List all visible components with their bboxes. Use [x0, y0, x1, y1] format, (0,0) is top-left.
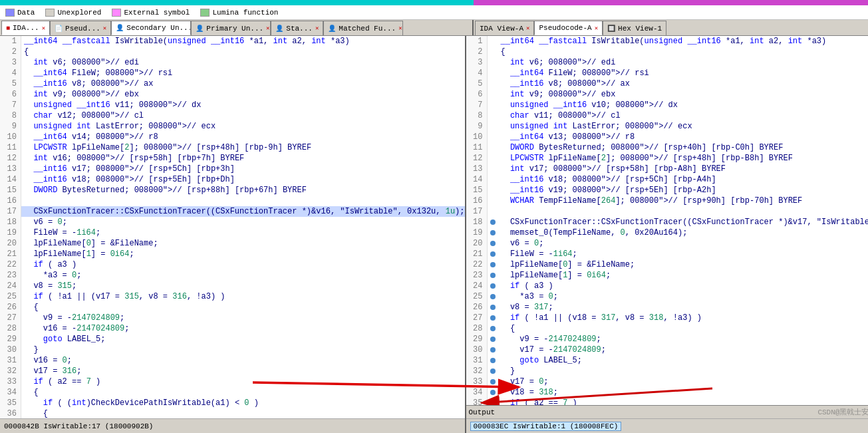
line-number: 2: [466, 47, 488, 57]
line-number: 27: [0, 313, 21, 323]
table-row: 10 __int64 v13; 008000">// r8: [466, 132, 868, 142]
line-number: 32: [466, 366, 488, 376]
legend-external-label: External symbol: [124, 9, 190, 17]
breakpoint-dot: [488, 249, 498, 259]
line-content: __int64 v14; 008000">// r8: [21, 132, 465, 142]
table-row: 1__int64 __fastcall IsWritable(unsigned …: [0, 36, 465, 47]
table-row: 19 memset_0(TempFileName, 0, 0x20Au164);: [466, 227, 868, 238]
line-number: 1: [466, 36, 488, 47]
line-content: v8 = 315;: [21, 281, 465, 291]
breakpoint-dot: [488, 281, 498, 291]
tab-pseudocode-a-close[interactable]: ✕: [595, 25, 598, 32]
breakpoint-dot: [488, 376, 498, 387]
line-content: if ( !a1 || (v18 = 317, v8 = 318, !a3) ): [498, 313, 868, 323]
line-number: 4: [0, 68, 21, 78]
tab-secondary[interactable]: 👤 Secondary Un... ✕: [111, 21, 191, 35]
line-content: v9 = -2147024809;: [498, 334, 868, 345]
output-label: Output: [469, 408, 496, 416]
line-content: v17 = 316;: [21, 366, 465, 376]
line-number: 26: [0, 302, 21, 313]
tab-primary[interactable]: 👤 Primary Un... ✕: [191, 21, 271, 35]
breakpoint-dot: [488, 196, 498, 206]
legend-unexplored-label: Unexplored: [57, 9, 101, 17]
table-row: 13 int v17; 008000">// [rsp+58h] [rbp-A8…: [466, 164, 868, 174]
line-content: unsigned int LastError; 008000">// ecx: [498, 121, 868, 132]
legend-lumina-box: [200, 9, 210, 17]
tab-matched[interactable]: 👤 Matched Fu... ✕: [323, 21, 403, 35]
line-number: 28: [0, 323, 21, 334]
line-content: __int64 FileW; 008000">// rsi: [498, 68, 868, 78]
table-row: 28 {: [466, 323, 868, 334]
line-content: v17 = -2147024809;: [498, 345, 868, 355]
line-number: 9: [466, 121, 488, 132]
table-row: 3 int v6; 008000">// edi: [0, 57, 465, 68]
breakpoint-dot: [488, 334, 498, 345]
breakpoint-dot: [488, 174, 498, 185]
tab-ida-left-close[interactable]: ✕: [42, 25, 45, 32]
tab-hex-view-1[interactable]: 🔲 Hex View-1: [603, 21, 666, 35]
breakpoint-dot: [488, 47, 498, 57]
breakpoint-dot: [488, 345, 498, 355]
line-number: 34: [0, 387, 21, 398]
tab-matched-label: Matched Fu...: [339, 25, 396, 33]
table-row: 25 *a3 = 0;: [466, 291, 868, 302]
breakpoint-dot: [488, 227, 498, 238]
table-row: 30 }: [0, 345, 465, 355]
breakpoint-dot: [488, 270, 498, 281]
table-row: 12 int v16; 008000">// [rsp+58h] [rbp+7h…: [0, 153, 465, 164]
tab-ida-view-a[interactable]: IDA View-A ✕: [475, 21, 534, 35]
breakpoint-dot: [488, 387, 498, 398]
line-content: lpFileName[0] = &FileName;: [498, 259, 868, 270]
tab-pseudocode-a[interactable]: Pseudocode-A ✕: [534, 21, 603, 35]
line-number: 29: [0, 334, 21, 345]
breakpoint-dot: [488, 100, 498, 110]
line-number: 32: [0, 366, 21, 376]
table-row: 10 __int64 v14; 008000">// r8: [0, 132, 465, 142]
line-number: 31: [466, 355, 488, 366]
tab-sta[interactable]: 👤 Sta... ✕: [271, 21, 323, 35]
right-status-text: 000083EC IsWritable:1 (180008FEC): [470, 422, 622, 431]
line-content: WCHAR TempFileName[264]; 008000">// [rsp…: [498, 196, 868, 206]
table-row: 13 __int16 v17; 008000">// [rsp+5Ch] [rb…: [0, 164, 465, 174]
line-number: 23: [466, 270, 488, 281]
tab-matched-close[interactable]: ✕: [398, 25, 402, 32]
line-number: 21: [0, 249, 21, 259]
line-number: 15: [0, 185, 21, 196]
left-status-bar: 0000842B IsWritable:17 (18000902B): [0, 418, 465, 433]
table-row: 34 v18 = 318;: [466, 387, 868, 398]
table-row: 33 v17 = 0;: [466, 376, 868, 387]
line-number: 18: [466, 217, 488, 227]
line-content: v6 = 0;: [21, 217, 465, 227]
tab-ida-left[interactable]: ■ IDA... ✕: [1, 21, 50, 35]
table-row: 28 v16 = -2147024809;: [0, 323, 465, 334]
line-content: int v6; 008000">// edi: [21, 57, 465, 68]
line-content: unsigned __int16 v11; 008000">// dx: [21, 100, 465, 110]
breakpoint-dot: [488, 121, 498, 132]
line-number: 19: [466, 227, 488, 238]
table-row: 21 FileW = -1i64;: [466, 249, 868, 259]
line-content: [498, 206, 868, 217]
tab-ida-view-a-close[interactable]: ✕: [526, 25, 529, 32]
line-content: __int16 v8; 008000">// ax: [21, 78, 465, 89]
line-number: 9: [0, 121, 21, 132]
table-row: 3 int v6; 008000">// edi: [466, 57, 868, 68]
breakpoint-dot: [488, 355, 498, 366]
line-content: unsigned __int16 v10; 008000">// dx: [498, 100, 868, 110]
line-content: v8 = 317;: [498, 302, 868, 313]
tab-sta-close[interactable]: ✕: [315, 25, 319, 32]
tab-primary-close[interactable]: ✕: [266, 25, 269, 32]
table-row: 9 unsigned int LastError; 008000">// ecx: [466, 121, 868, 132]
table-row: 22 lpFileName[0] = &FileName;: [466, 259, 868, 270]
line-number: 36: [0, 408, 21, 418]
tab-pseudo-left[interactable]: 📄 Pseud... ✕: [50, 21, 111, 35]
line-content: LPCWSTR lpFileName[2]; 008000">// [rsp+4…: [498, 153, 868, 164]
line-content: v9 = -2147024809;: [21, 313, 465, 323]
line-content: if ( a3 ): [498, 281, 868, 291]
tab-pseudo-left-close[interactable]: ✕: [103, 25, 106, 32]
line-content: memset_0(TempFileName, 0, 0x20Au164);: [498, 227, 868, 238]
table-row: 12 LPCWSTR lpFileName[2]; 008000">// [rs…: [466, 153, 868, 164]
line-number: 8: [466, 110, 488, 121]
line-number: 8: [0, 110, 21, 121]
line-content: if ( a3 ): [21, 259, 465, 270]
table-row: 30 v17 = -2147024809;: [466, 345, 868, 355]
